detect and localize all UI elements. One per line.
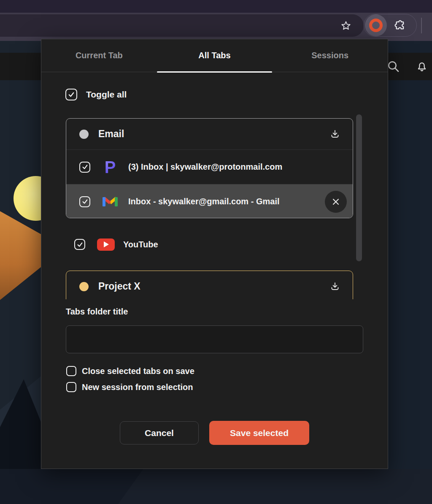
address-bar[interactable] (0, 14, 364, 37)
group-title: Email (98, 128, 327, 140)
group-color-dot (79, 130, 89, 139)
remove-tab-button[interactable] (325, 191, 347, 213)
checkmark-icon (81, 198, 89, 205)
active-extension-button[interactable] (365, 14, 387, 36)
toggle-all-label: Toggle all (86, 89, 127, 100)
tab-row-gmail[interactable]: Inbox - skywalker@gmail.com - Gmail (66, 184, 353, 218)
group-color-dot (79, 282, 89, 291)
option-label: Close selected tabs on save (82, 366, 194, 376)
option-new-session[interactable]: New session from selection (66, 382, 193, 392)
toggle-all-checkbox[interactable] (65, 89, 77, 100)
tab-row-youtube[interactable]: YouTube (74, 234, 158, 255)
tab-current-tab[interactable]: Current Tab (41, 39, 157, 72)
group-header-project-x[interactable]: Project X (66, 271, 353, 299)
screen: Current Tab All Tabs Sessions Toggle all… (0, 0, 432, 504)
folder-title-label: Tabs folder title (66, 307, 128, 317)
option-label: New session from selection (82, 382, 193, 392)
extensions-area (364, 14, 417, 37)
save-group-download-icon[interactable] (327, 278, 343, 295)
checkmark-icon (81, 163, 89, 171)
notifications-bell-icon[interactable] (413, 58, 430, 75)
toolbar-divider (421, 18, 422, 33)
tab-sessions[interactable]: Sessions (272, 39, 388, 72)
wallpaper-bottom-slab (118, 469, 432, 504)
option-close-tabs[interactable]: Close selected tabs on save (66, 366, 194, 376)
tab-checkbox[interactable] (74, 239, 85, 250)
tab-title: (3) Inbox | skywalker@protonmail.com (128, 162, 347, 172)
browser-window-titlebar (0, 0, 432, 13)
folder-title-input[interactable] (66, 325, 363, 353)
popup-tabbar: Current Tab All Tabs Sessions (41, 39, 388, 72)
tab-all-tabs[interactable]: All Tabs (157, 39, 273, 72)
close-x-icon (332, 198, 340, 206)
group-card-email: Email P (3) Inbox | skywalker@protonmail… (66, 118, 353, 218)
bookmark-star-icon[interactable] (340, 20, 352, 32)
group-header-email[interactable]: Email (66, 119, 353, 149)
tab-manager-popup: Current Tab All Tabs Sessions Toggle all… (41, 39, 388, 469)
tab-title: YouTube (123, 240, 158, 249)
tab-row-protonmail[interactable]: P (3) Inbox | skywalker@protonmail.com (66, 149, 353, 184)
extension-ring-icon (369, 19, 383, 32)
close-tabs-checkbox[interactable] (66, 366, 76, 376)
new-session-checkbox[interactable] (66, 382, 76, 392)
checkmark-icon (68, 91, 75, 98)
tab-title: Inbox - skywalker@gmail.com - Gmail (128, 197, 325, 206)
save-group-download-icon[interactable] (327, 126, 343, 143)
youtube-favicon (97, 238, 115, 251)
scrollbar-thumb[interactable] (356, 114, 362, 261)
group-title: Project X (98, 281, 327, 292)
save-selected-button[interactable]: Save selected (209, 421, 309, 445)
extensions-puzzle-icon[interactable] (393, 19, 405, 32)
toggle-all-row[interactable]: Toggle all (65, 89, 127, 100)
tab-list: Email P (3) Inbox | skywalker@protonmail… (41, 115, 389, 299)
group-card-project-x: Project X (66, 271, 353, 299)
browser-toolbar (0, 13, 432, 41)
tab-checkbox[interactable] (79, 196, 90, 207)
gmail-favicon (101, 195, 119, 209)
protonmail-favicon: P (101, 159, 119, 176)
checkmark-icon (76, 241, 84, 248)
tab-checkbox[interactable] (79, 162, 90, 173)
cancel-button[interactable]: Cancel (120, 421, 199, 444)
